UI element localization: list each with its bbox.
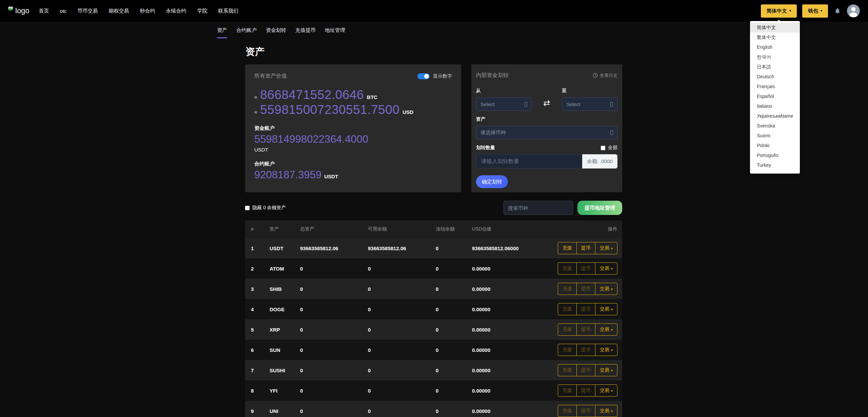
language-option-13[interactable]: Português	[750, 151, 800, 160]
trade-dropdown-button[interactable]: 交易▾	[595, 364, 617, 376]
amount-input[interactable]	[476, 154, 582, 168]
nav-item-7[interactable]: 联系我们	[218, 8, 239, 14]
row-index: 5	[251, 327, 270, 333]
from-select[interactable]: Select	[476, 97, 532, 111]
to-select-value: Select	[566, 101, 580, 107]
frozen-balance: 0	[436, 286, 472, 292]
nav-item-6[interactable]: 学院	[197, 8, 208, 14]
frozen-balance: 0	[436, 347, 472, 353]
usd-valuation: 93663585812.06000	[472, 245, 556, 251]
select-arrow-icon	[610, 131, 613, 135]
deposit-button[interactable]: 充值	[558, 303, 576, 315]
action-button-group: 充值提币交易▾	[558, 242, 617, 254]
notification-bell-icon[interactable]	[833, 6, 842, 15]
deposit-button[interactable]: 充值	[558, 242, 576, 254]
language-option-12[interactable]: Polski	[750, 141, 800, 151]
show-numbers-label: 显示数字	[433, 73, 452, 79]
trade-dropdown-button[interactable]: 交易▾	[595, 242, 617, 254]
deposit-button[interactable]: 充值	[558, 385, 576, 396]
wallet-button[interactable]: 钱包 ▾	[802, 4, 828, 18]
table-row-UNI: 9UNI0000.00000充值提币交易▾	[245, 401, 622, 417]
withdraw-button[interactable]: 提币	[576, 364, 595, 376]
broken-image-icon	[8, 6, 14, 12]
nav-item-0[interactable]: 首页	[39, 8, 49, 14]
language-option-8[interactable]: Italiano	[750, 101, 800, 111]
deposit-button[interactable]: 充值	[558, 344, 576, 356]
coin-search-input[interactable]	[504, 201, 573, 215]
trade-dropdown-button[interactable]: 交易▾	[595, 303, 617, 315]
deposit-button[interactable]: 充值	[558, 364, 576, 376]
to-select[interactable]: Select	[562, 97, 617, 111]
withdraw-button[interactable]: 提币	[576, 283, 595, 295]
frozen-balance: 0	[436, 306, 472, 312]
trade-label: 交易	[600, 326, 609, 333]
withdraw-button[interactable]: 提币	[576, 405, 595, 417]
total-balance: 0	[300, 266, 368, 272]
nav-item-4[interactable]: 秒合约	[140, 8, 155, 14]
nav-item-1[interactable]: otc	[60, 8, 67, 14]
funding-account-value: 559814998022364.4000	[254, 133, 452, 145]
asset-name: YFI	[270, 388, 300, 394]
withdraw-button[interactable]: 提币	[576, 385, 595, 396]
wallet-button-label: 钱包	[808, 8, 818, 14]
language-option-9[interactable]: УкраїнськаName	[750, 111, 800, 121]
nav-item-2[interactable]: 币币交易	[78, 8, 98, 14]
subnav-tab-4[interactable]: 地址管理	[325, 27, 345, 38]
trade-label: 交易	[600, 347, 609, 353]
subnav-tab-1[interactable]: 合约账户	[236, 27, 257, 38]
trade-dropdown-button[interactable]: 交易▾	[595, 385, 617, 396]
swap-direction-icon[interactable]: ⇄	[543, 98, 550, 111]
trade-dropdown-button[interactable]: 交易▾	[595, 405, 617, 417]
table-row-SHIB: 3SHIB0000.00000充值提币交易▾	[245, 279, 622, 299]
subnav-tab-3[interactable]: 充值提币	[295, 27, 316, 38]
show-numbers-toggle[interactable]	[417, 73, 430, 79]
deposit-button[interactable]: 充值	[558, 283, 576, 295]
trade-dropdown-button[interactable]: 交易▾	[595, 263, 617, 274]
language-button[interactable]: 简体中文 ▾	[761, 4, 797, 18]
all-checkbox[interactable]	[601, 146, 605, 150]
subnav-tab-2[interactable]: 资金划转	[266, 27, 286, 38]
nav-item-5[interactable]: 永续合约	[166, 8, 186, 14]
nav-item-3[interactable]: 期权交易	[109, 8, 129, 14]
caret-down-icon: ▾	[611, 389, 613, 393]
withdraw-button[interactable]: 提币	[576, 324, 595, 335]
deposit-button[interactable]: 充值	[558, 405, 576, 417]
withdraw-button[interactable]: 提币	[576, 263, 595, 274]
caret-down-icon: ▾	[611, 307, 613, 311]
withdraw-address-button[interactable]: 提币地址管理	[577, 201, 622, 215]
select-arrow-icon	[525, 102, 527, 106]
withdraw-button[interactable]: 提币	[576, 344, 595, 356]
confirm-transfer-button[interactable]: 确定划转	[476, 175, 508, 188]
language-option-6[interactable]: Français	[750, 82, 800, 92]
withdraw-button[interactable]: 提币	[576, 303, 595, 315]
trade-dropdown-button[interactable]: 交易▾	[595, 283, 617, 295]
clock-icon	[593, 73, 598, 78]
language-option-5[interactable]: Deutsch	[750, 72, 800, 82]
row-actions: 充值提币交易▾	[556, 405, 617, 417]
language-option-4[interactable]: 日本語	[750, 62, 800, 72]
withdraw-button[interactable]: 提币	[576, 242, 595, 254]
header-cell-2: 总资产	[300, 226, 368, 232]
language-option-3[interactable]: 한국어	[750, 52, 800, 62]
asset-name: XRP	[270, 327, 300, 333]
language-option-0[interactable]: 简体中文	[750, 23, 800, 33]
coin-select[interactable]: 请选择币种	[476, 126, 617, 139]
deposit-button[interactable]: 充值	[558, 263, 576, 274]
language-option-2[interactable]: English	[750, 42, 800, 52]
trade-dropdown-button[interactable]: 交易▾	[595, 324, 617, 335]
trade-dropdown-button[interactable]: 交易▾	[595, 344, 617, 356]
available-balance: 0	[368, 327, 436, 333]
language-option-14[interactable]: Turkey	[750, 160, 800, 170]
language-option-1[interactable]: 繁体中文	[750, 33, 800, 42]
logo[interactable]: logo	[8, 6, 29, 15]
subnav-tab-0[interactable]: 资产	[217, 27, 227, 38]
language-option-11[interactable]: Suomi	[750, 131, 800, 141]
language-option-10[interactable]: Svenska	[750, 121, 800, 131]
deposit-button[interactable]: 充值	[558, 324, 576, 335]
language-option-7[interactable]: Español	[750, 92, 800, 101]
view-history-link[interactable]: 查看历史	[593, 73, 617, 79]
caret-down-icon: ▾	[611, 348, 613, 352]
available-balance: 0	[368, 266, 436, 272]
avatar[interactable]	[847, 4, 860, 17]
hide-zero-checkbox[interactable]	[245, 206, 250, 210]
